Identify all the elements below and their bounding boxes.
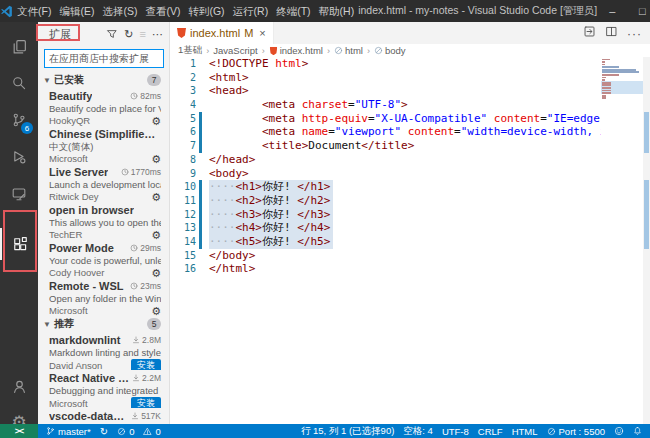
extension-meta: 2.2M <box>129 373 161 383</box>
status-branch-0[interactable]: master* <box>46 426 91 437</box>
extension-name: open in browser <box>49 204 134 216</box>
status-label: master* <box>58 426 91 437</box>
breadcrumb-item[interactable]: JavaScript <box>213 45 257 56</box>
activity-account-icon[interactable] <box>0 370 38 402</box>
extension-gear-icon[interactable]: ⚙ <box>151 268 161 279</box>
section-header-0[interactable]: ▼已安装7 <box>38 72 169 88</box>
status-bell-7[interactable] <box>633 426 642 436</box>
install-button[interactable]: 安装 <box>131 397 161 408</box>
more-icon[interactable]: ··· <box>627 24 642 42</box>
symbol-icon <box>374 46 383 55</box>
activity-run-debug-icon[interactable] <box>0 141 38 173</box>
menu-item-5[interactable]: 运行(R) <box>229 0 273 22</box>
extension-list-item[interactable]: Remote - WSL23msOpen any folder in the W… <box>38 278 169 316</box>
extension-gear-icon[interactable]: ⚙ <box>151 192 161 203</box>
extension-list-item[interactable]: Chinese (Simplified) Lan...中文(简体)Microso… <box>38 126 169 164</box>
status-label: UTF-8 <box>442 426 469 437</box>
status-text-0[interactable]: 行 15, 列 1 (已选择90) <box>301 425 394 438</box>
extension-list-item[interactable]: React Native Tools2.2MDebugging and inte… <box>38 370 169 408</box>
extension-list-item[interactable]: markdownlint2.8MMarkdown linting and sty… <box>38 332 169 370</box>
status-feedback-6[interactable] <box>614 426 624 436</box>
menu-item-3[interactable]: 查看(V) <box>141 0 184 22</box>
extension-meta: 29ms <box>127 243 161 253</box>
extension-list-item[interactable]: Power Mode29msYour code is powerful, unl… <box>38 240 169 278</box>
extension-publisher: Microsoft <box>49 305 88 316</box>
code-text: <head> <box>209 84 252 98</box>
status-text-2[interactable]: UTF-8 <box>442 426 469 437</box>
extension-name: Remote - WSL <box>49 280 124 292</box>
extension-description: Open any folder in the Wind... <box>49 292 161 305</box>
window-title: index.html - my-notes - Visual Studio Co… <box>358 4 597 18</box>
tab-index-html[interactable]: index.html M × <box>170 22 274 44</box>
maximize-button[interactable]: □ <box>627 0 650 22</box>
minimize-button[interactable]: – <box>597 0 627 22</box>
filter-icon[interactable] <box>106 28 118 42</box>
menu-item-4[interactable]: 转到(G) <box>184 0 228 22</box>
extension-meta: 82ms <box>127 91 161 101</box>
clock-icon <box>130 282 138 290</box>
activity-source-control-icon[interactable]: 6 <box>0 104 38 136</box>
extension-list-item[interactable]: Beautify82msBeautify code in place for V… <box>38 88 169 126</box>
minimap[interactable] <box>601 58 643 424</box>
extension-name: React Native Tools <box>49 372 129 384</box>
meta-value: 2.2M <box>142 373 161 383</box>
remote-indicator[interactable]: >< <box>0 424 38 438</box>
extension-list-item[interactable]: vscode-database517K <box>38 408 169 424</box>
breadcrumb-item[interactable]: 1基础 <box>178 44 202 57</box>
menu-item-0[interactable]: 文件(F) <box>13 0 55 22</box>
refresh-icon[interactable]: ↻ <box>124 29 133 40</box>
code-line: 9<body> <box>170 167 650 181</box>
breadcrumb-item[interactable]: body <box>374 45 406 56</box>
open-changes-icon[interactable] <box>583 24 596 42</box>
code-line: 4 <meta charset="UTF-8"> <box>170 98 650 112</box>
status-warning-3[interactable]: 0 <box>143 426 160 437</box>
extension-description: Your code is powerful, unlea... <box>49 254 161 267</box>
breadcrumb-item[interactable]: html <box>334 45 363 56</box>
line-number: 15 <box>170 249 196 263</box>
activity-explorer-icon[interactable] <box>0 30 38 62</box>
more-icon[interactable]: ⋯ <box>152 29 163 40</box>
code-text: <meta name="viewport" content="width=dev… <box>209 125 650 139</box>
extension-list-item[interactable]: Live Server1770msLaunch a development lo… <box>38 164 169 202</box>
gutter-spacer <box>199 262 202 276</box>
code-text: ····<h3>你好! </h3> <box>209 208 333 222</box>
warning-icon <box>143 427 152 436</box>
extension-gear-icon[interactable]: ⚙ <box>151 116 161 127</box>
menu-item-1[interactable]: 编辑(E) <box>55 0 98 22</box>
install-button[interactable]: 安装 <box>131 359 161 370</box>
chevron-down-icon: ▼ <box>43 320 51 329</box>
code-lines: 1<!DOCTYPE html>2<html>3<head>4 <meta ch… <box>170 57 650 276</box>
status-error-2[interactable]: 0 <box>117 426 134 437</box>
status-text-3[interactable]: CRLF <box>478 426 503 437</box>
activity-remote-explorer-icon[interactable] <box>0 178 38 210</box>
extension-gear-icon[interactable]: ⚙ <box>151 154 161 165</box>
tab-close-icon[interactable]: × <box>259 27 265 39</box>
line-number: 2 <box>170 71 196 85</box>
extension-gear-icon[interactable]: ⚙ <box>151 306 161 317</box>
activity-bar: 6⚙ <box>0 22 38 424</box>
activity-search-icon[interactable] <box>0 67 38 99</box>
menu-item-6[interactable]: 终端(T) <box>272 0 314 22</box>
split-editor-icon[interactable] <box>605 24 618 42</box>
extension-publisher: David Anson <box>49 360 102 371</box>
status-text-1[interactable]: 空格: 4 <box>403 425 433 438</box>
sidebar-header-actions: ↻≡⋯ <box>106 28 163 42</box>
status-text-4[interactable]: HTML <box>512 426 538 437</box>
status-sync-1[interactable]: ↻ <box>100 426 108 437</box>
extension-gear-icon[interactable]: ⚙ <box>151 230 161 241</box>
clear-all-icon[interactable]: ≡ <box>140 29 146 40</box>
status-port-5[interactable]: Port : 5500 <box>547 426 605 437</box>
code-editor[interactable]: 1<!DOCTYPE html>2<html>3<head>4 <meta ch… <box>170 57 650 424</box>
activity-extensions-icon[interactable] <box>0 228 38 260</box>
line-number: 11 <box>170 194 196 208</box>
menu-item-7[interactable]: 帮助(H) <box>315 0 359 22</box>
extension-search-input[interactable] <box>44 49 164 68</box>
extension-list-item[interactable]: open in browserThis allows you to open t… <box>38 202 169 240</box>
breadcrumb-separator-icon: › <box>262 46 265 56</box>
menu-item-2[interactable]: 选择(S) <box>98 0 141 22</box>
feedback-icon <box>614 426 624 436</box>
code-line: 5 <meta http-equiv="X-UA-Compatible" con… <box>170 112 650 126</box>
breadcrumb-item[interactable]: index.html <box>269 45 323 56</box>
extension-name: Live Server <box>49 166 108 178</box>
section-header-1[interactable]: ▼推荐5 <box>38 316 169 332</box>
